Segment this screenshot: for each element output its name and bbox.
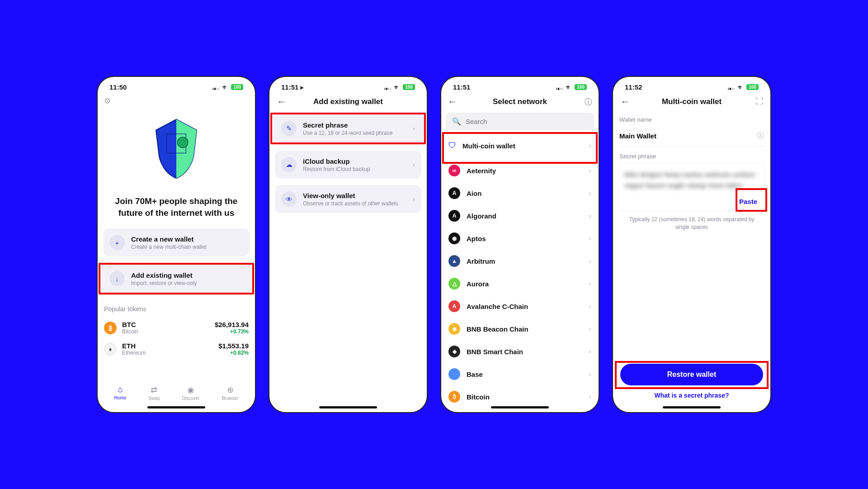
- chevron-right-icon: ›: [589, 167, 591, 174]
- secret-phrase-link[interactable]: What is a secret phrase?: [618, 392, 765, 404]
- chevron-right-icon: ›: [589, 303, 591, 310]
- wallet-name-input[interactable]: [619, 132, 757, 140]
- network-row[interactable]: ₿ Bitcoin ›: [446, 385, 594, 404]
- option-title: iCloud backup: [303, 157, 406, 165]
- status-bar: 11:51➤ ᯤ 100: [269, 77, 427, 94]
- option-secret phrase[interactable]: ✎ Secret phrase Use a 12, 18 or 24-word …: [270, 113, 426, 144]
- network-icon: ∞: [448, 165, 460, 176]
- network-row[interactable]: △ Aurora ›: [446, 272, 594, 295]
- network-row[interactable]: ▲ Arbitrum ›: [446, 250, 594, 272]
- battery-badge: 100: [231, 84, 243, 90]
- chevron-right-icon: ›: [589, 325, 591, 332]
- chevron-right-icon: ›: [589, 370, 591, 378]
- chevron-right-icon: ›: [589, 280, 591, 287]
- restore-wallet-button[interactable]: Restore wallet: [620, 364, 763, 385]
- token-symbol: BTC: [122, 321, 138, 328]
- network-icon: ▲: [448, 255, 460, 267]
- chevron-right-icon: ›: [589, 257, 591, 265]
- network-name: BNB Smart Chain: [467, 348, 523, 356]
- network-row[interactable]: A Algorand ›: [446, 204, 594, 227]
- back-button[interactable]: ←: [277, 96, 287, 108]
- network-icon: A: [448, 210, 460, 222]
- add-sub: Import, restore or view-only: [131, 280, 243, 286]
- status-time: 11:50: [109, 83, 127, 91]
- network-multi-coin[interactable]: 🛡 Multi-coin wallet ›: [441, 132, 599, 159]
- network-icon: A: [448, 187, 460, 199]
- token-icon: ♦: [104, 343, 117, 356]
- status-time: 11:52: [625, 83, 642, 91]
- tab-bar: ⌂Home ⇄Swap ◉Discover ⊕Browser: [103, 381, 250, 404]
- back-button[interactable]: ←: [620, 96, 630, 108]
- location-icon: ➤: [299, 85, 304, 91]
- token-row[interactable]: ₿ BTC Bitcoin $26,913.94 +0.73%: [103, 317, 250, 338]
- add-title: Add existing wallet: [131, 271, 243, 279]
- network-name: Aptos: [467, 235, 486, 242]
- signal-icon: [556, 85, 563, 90]
- tab-home[interactable]: ⌂Home: [114, 385, 127, 401]
- network-name: Base: [467, 370, 483, 378]
- option-title: View-only wallet: [303, 192, 406, 199]
- phrase-hint: Typically 12 (sometimes 18, 24) words se…: [618, 214, 765, 236]
- wallet-name-row[interactable]: ⓧ: [618, 127, 765, 147]
- network-row[interactable]: ∞ Aeternity ›: [446, 159, 594, 182]
- chevron-right-icon: ›: [589, 142, 591, 149]
- network-row[interactable]: Base ›: [446, 363, 594, 385]
- token-change: +0.82%: [218, 350, 249, 356]
- svg-point-1: [177, 137, 188, 148]
- network-icon: ◆: [448, 346, 460, 357]
- home-indicator: [319, 406, 377, 408]
- shield-logo: [103, 106, 250, 195]
- token-price: $26,913.94: [215, 321, 249, 328]
- phrase-content: bike dragon keep cactus walnuts carbon v…: [624, 169, 759, 191]
- search-bar[interactable]: 🔍: [446, 113, 594, 130]
- popular-label: Popular tokens: [103, 301, 250, 317]
- network-row[interactable]: ◆ BNB Smart Chain ›: [446, 340, 594, 363]
- token-symbol: ETH: [122, 342, 146, 350]
- settings-gear-icon[interactable]: ⚙: [103, 94, 112, 106]
- clear-icon[interactable]: ⓧ: [757, 131, 764, 141]
- token-row[interactable]: ♦ ETH Ethereum $1,553.19 +0.82%: [103, 338, 250, 360]
- network-row[interactable]: A Aion ›: [446, 182, 594, 204]
- page-title: Multi-coin wallet: [662, 97, 722, 106]
- tab-browser[interactable]: ⊕Browser: [222, 385, 239, 401]
- search-input[interactable]: [466, 118, 588, 125]
- option-title: Secret phrase: [303, 121, 406, 129]
- network-row[interactable]: A Avalanche C-Chain ›: [446, 295, 594, 318]
- chevron-right-icon: ›: [589, 235, 591, 242]
- headline: Join 70M+ people shaping the future of t…: [103, 195, 250, 228]
- screen-add-existing: 11:51➤ ᯤ 100 ← Add existing wallet ✎ Sec…: [269, 76, 428, 413]
- create-wallet-card[interactable]: + Create a new wallet Create a new multi…: [103, 228, 250, 256]
- network-icon: ₿: [448, 391, 460, 403]
- option-sub: Restore from iCloud backup: [303, 166, 406, 172]
- add-existing-wallet-card[interactable]: ↓ Add existing wallet Import, restore or…: [99, 263, 254, 294]
- scan-icon[interactable]: ⛶: [755, 97, 763, 106]
- paste-button[interactable]: Paste: [736, 196, 760, 207]
- option-view-only wallet[interactable]: 👁 View-only wallet Observe or track asse…: [275, 185, 421, 213]
- network-icon: ◉: [448, 233, 460, 244]
- option-icon: ✎: [281, 121, 297, 136]
- token-icon: ₿: [104, 322, 117, 334]
- status-bar: 11:51 ᯤ 100: [441, 77, 599, 94]
- home-indicator: [491, 406, 549, 408]
- info-icon[interactable]: ⓘ: [585, 97, 592, 107]
- token-name: Ethereum: [122, 350, 146, 356]
- wifi-icon: ᯤ: [737, 83, 744, 91]
- option-icloud backup[interactable]: ☁ iCloud backup Restore from iCloud back…: [275, 151, 421, 179]
- signal-icon: [384, 85, 392, 90]
- home-icon: ⌂: [118, 385, 123, 394]
- network-name: Arbitrum: [467, 257, 495, 265]
- tab-swap[interactable]: ⇄Swap: [148, 385, 160, 401]
- screen-multi-coin: 11:52 ᯤ 100 ← Multi-coin wallet ⛶ Wallet…: [612, 76, 771, 413]
- search-icon: 🔍: [452, 117, 461, 126]
- chevron-right-icon: ›: [589, 190, 591, 197]
- tab-discover[interactable]: ◉Discover: [182, 385, 200, 401]
- phrase-textarea[interactable]: bike dragon keep cactus walnuts carbon v…: [618, 163, 765, 211]
- network-row[interactable]: ◆ BNB Beacon Chain ›: [446, 318, 594, 340]
- battery-badge: 100: [575, 84, 587, 90]
- status-time: 11:51: [453, 83, 470, 91]
- network-name: Aeternity: [467, 167, 496, 175]
- option-icon: ☁: [281, 157, 297, 172]
- network-name: Aurora: [467, 280, 489, 288]
- network-row[interactable]: ◉ Aptos ›: [446, 227, 594, 250]
- back-button[interactable]: ←: [448, 96, 458, 108]
